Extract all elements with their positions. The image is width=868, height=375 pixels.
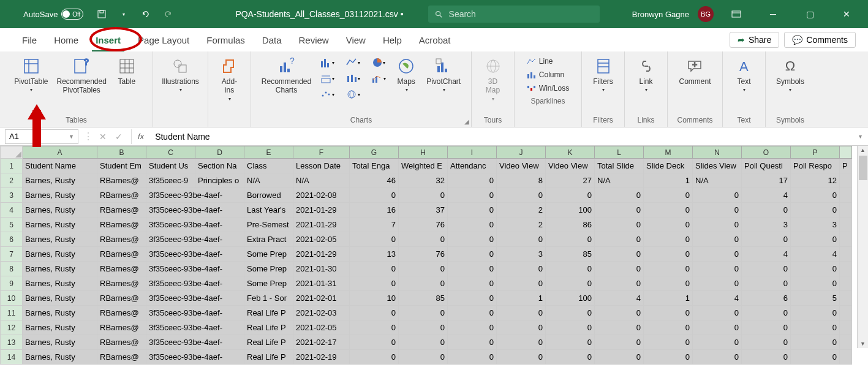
cell[interactable]: 3f35ceec-93be-4aef- [146,232,244,247]
cell[interactable]: 4 [742,188,791,203]
cell[interactable]: 0 [644,218,693,232]
cell[interactable]: 0 [399,306,448,320]
cell[interactable]: RBarnes@ [97,203,146,218]
symbols-button[interactable]: Ω Symbols▾ [772,55,808,94]
cell[interactable]: 0 [693,203,742,218]
namebox-resize-icon[interactable]: ⋮ [83,131,91,142]
tab-formulas[interactable]: Formulas [198,28,254,51]
sparkline-line-button[interactable]: Line [524,55,572,67]
cell[interactable]: 0 [693,306,742,320]
cell[interactable]: 0 [448,262,497,276]
toggle-switch[interactable]: Off [61,9,83,20]
cell[interactable]: 3f35ceec-93be-4aef- [146,306,244,320]
cancel-formula-icon[interactable]: ✕ [97,132,109,142]
cell[interactable]: 4 [595,291,644,306]
cell[interactable]: 0 [742,262,791,276]
cell[interactable]: 1 [497,291,546,306]
addins-button[interactable]: Add- ins▾ [214,55,245,103]
row-header-3[interactable]: 3 [1,188,23,203]
cell[interactable]: 0 [448,218,497,232]
column-header-D[interactable]: D [195,146,244,159]
cell[interactable]: Barnes, Rusty [23,291,97,306]
cell[interactable]: RBarnes@ [97,320,146,335]
cell[interactable]: Barnes, Rusty [23,188,97,203]
cell[interactable]: 0 [693,350,742,365]
cell[interactable]: 3f35ceec-9 [146,173,195,188]
cell[interactable]: 0 [742,335,791,350]
cell[interactable]: 0 [595,276,644,291]
cell-header[interactable]: Poll Questi [742,159,791,173]
name-box[interactable]: A1 ▼ [5,129,78,144]
cell[interactable]: N/A [293,173,350,188]
cell[interactable]: 2021-01-29 [293,218,350,232]
column-header-I[interactable]: I [448,146,497,159]
cell[interactable]: 0 [448,232,497,247]
cell[interactable]: 0 [644,262,693,276]
cell[interactable]: N/A [244,173,293,188]
cell[interactable]: 0 [791,320,840,335]
cell-header[interactable]: Slide Deck [644,159,693,173]
cell[interactable]: 100 [546,291,595,306]
3d-map-button[interactable]: 3D Map▾ [478,55,508,103]
cell[interactable]: 0 [448,350,497,365]
cell[interactable]: 0 [595,306,644,320]
cell[interactable]: Barnes, Rusty [23,247,97,262]
cell[interactable]: RBarnes@ [97,276,146,291]
cell[interactable]: 0 [644,306,693,320]
redo-icon[interactable] [162,8,174,20]
cell[interactable]: 3f35ceec-93be-4aef- [146,247,244,262]
cell[interactable]: 0 [448,306,497,320]
cell[interactable]: 0 [350,350,399,365]
text-button[interactable]: A Text▾ [729,55,760,94]
pie-chart-icon[interactable]: ▾ [368,55,390,70]
cell[interactable]: 0 [644,320,693,335]
recommended-charts-button[interactable]: ? Recommended Charts [258,55,315,96]
select-all-corner[interactable] [1,146,23,159]
cell[interactable]: 0 [546,335,595,350]
cell[interactable]: RBarnes@ [97,262,146,276]
cell[interactable]: Some Prep [244,247,293,262]
cell[interactable]: 0 [448,276,497,291]
cell[interactable]: 0 [791,188,840,203]
cell[interactable]: Some Prep [244,276,293,291]
scroll-thumb[interactable] [859,156,867,180]
cell[interactable]: Feb 1 - Sor [244,291,293,306]
tab-insert[interactable]: Insert [87,28,129,51]
cell-header[interactable]: Video View [546,159,595,173]
scroll-up-icon[interactable]: ▲ [858,147,868,153]
cell[interactable]: Real Life P [244,306,293,320]
column-header-E[interactable]: E [244,146,293,159]
maximize-button[interactable]: ▢ [796,0,824,28]
cell[interactable]: 0 [742,350,791,365]
column-header-J[interactable]: J [497,146,546,159]
line-chart-icon[interactable]: ▾ [342,55,364,70]
cell[interactable]: 0 [497,232,546,247]
cell[interactable]: 3f35ceec-93be-4aef- [146,262,244,276]
cell[interactable]: 4 [742,247,791,262]
fx-icon[interactable]: fx [132,132,150,141]
column-header-P[interactable]: P [791,146,840,159]
cell[interactable]: Barnes, Rusty [23,218,97,232]
cell-header[interactable]: Attendanc [448,159,497,173]
formula-input[interactable]: Student Name [150,132,853,142]
cell[interactable]: 0 [742,203,791,218]
cell[interactable]: Barnes, Rusty [23,320,97,335]
cell[interactable]: 0 [791,203,840,218]
cell[interactable]: 0 [595,188,644,203]
charts-dialog-launcher-icon[interactable]: ◢ [464,118,469,125]
close-button[interactable]: ✕ [832,0,861,28]
cell[interactable]: 0 [644,203,693,218]
cell[interactable]: 0 [693,188,742,203]
cell[interactable]: 0 [546,306,595,320]
cell[interactable]: Barnes, Rusty [23,173,97,188]
cell[interactable]: 0 [644,335,693,350]
cell[interactable]: 37 [399,203,448,218]
cell[interactable]: 0 [448,291,497,306]
cell[interactable]: 3 [742,218,791,232]
cell[interactable]: 0 [546,276,595,291]
cell-header[interactable]: Student Name [23,159,97,173]
cell[interactable]: 0 [693,247,742,262]
cell[interactable]: 2021-02-19 [293,350,350,365]
map-chart-icon[interactable]: ▾ [342,87,364,102]
cell[interactable]: 0 [497,188,546,203]
